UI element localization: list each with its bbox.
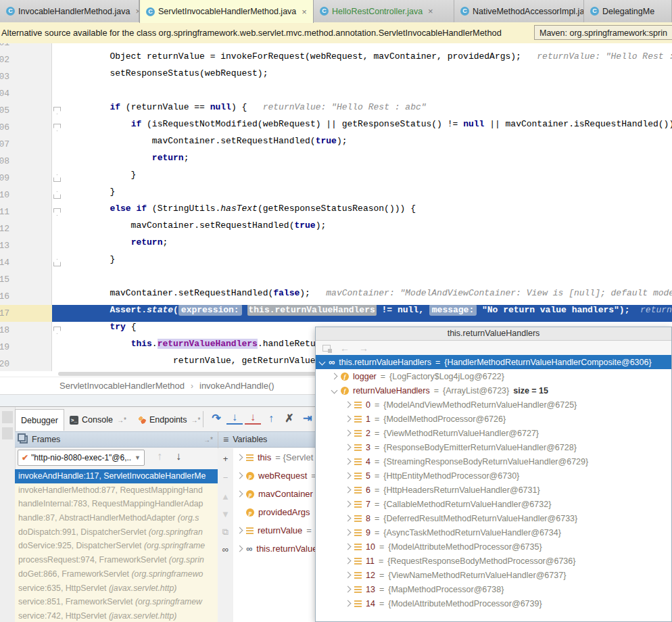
frame-row[interactable]: doGet:866, FrameworkServlet (org.springf…: [15, 567, 218, 581]
popup-row[interactable]: freturnValueHandlers={ArrayList@6723}siz…: [316, 383, 671, 398]
expand-chevron-icon[interactable]: [345, 544, 352, 550]
expand-chevron-icon[interactable]: [345, 416, 352, 423]
fold-marker-icon[interactable]: [53, 107, 61, 114]
frame-row[interactable]: invokeAndHandle:117, ServletInvocableHan…: [15, 469, 218, 483]
fold-marker-icon[interactable]: [53, 259, 61, 266]
expand-chevron-icon[interactable]: [237, 473, 243, 479]
expand-chevron-icon[interactable]: [345, 586, 352, 593]
popup-row[interactable]: 8={DeferredResultMethodReturnValueHandle…: [316, 511, 671, 525]
expand-chevron-icon[interactable]: [237, 491, 243, 498]
debugger-tab-debugger[interactable]: Debugger: [15, 409, 64, 431]
frame-row[interactable]: processRequest:974, FrameworkServlet (or…: [15, 553, 218, 567]
code-editor[interactable]: 1011021031041051061071081091101111121131…: [0, 43, 672, 371]
frame-row[interactable]: doDispatch:991, DispatcherServlet (org.s…: [15, 525, 218, 540]
frames-list: invokeAndHandle:117, ServletInvocableHan…: [15, 469, 218, 622]
expand-chevron-icon[interactable]: [345, 529, 352, 536]
frame-row[interactable]: service:635, HttpServlet (javax.servlet.…: [15, 581, 218, 596]
step-into-icon[interactable]: ↓: [226, 411, 243, 425]
drop-frame-icon[interactable]: ✗: [281, 411, 297, 426]
expand-chevron-icon[interactable]: [345, 558, 352, 565]
fold-marker-icon[interactable]: [53, 208, 61, 216]
expand-chevron-icon[interactable]: [331, 373, 338, 380]
remove-watch-icon[interactable]: −: [218, 473, 233, 483]
popup-row[interactable]: 14={ModelAttributeMethodProcessor@6739}: [316, 596, 671, 611]
popup-row[interactable]: 13={MapMethodProcessor@6738}: [316, 582, 671, 596]
step-out-icon[interactable]: ↑: [263, 411, 279, 426]
expand-chevron-icon[interactable]: [345, 515, 352, 522]
expand-chevron-icon[interactable]: [237, 454, 243, 461]
move-down-icon[interactable]: ▼: [218, 509, 233, 519]
editor-tab[interactable]: CNativeMethodAccessorImpl.java×: [454, 0, 584, 22]
expand-chevron-icon[interactable]: [345, 501, 352, 508]
expand-chevron-icon[interactable]: [331, 387, 338, 394]
frame-row[interactable]: service:742, HttpServlet (javax.servlet.…: [15, 609, 218, 622]
filter-frames-icon[interactable]: [192, 452, 208, 466]
frame-row[interactable]: doService:925, DispatcherServlet (org.sp…: [15, 539, 218, 553]
expand-chevron-icon[interactable]: [345, 458, 352, 465]
editor-tab[interactable]: CHelloRestController.java×: [314, 0, 454, 22]
thread-selector[interactable]: ✔ "http-nio-8080-exec-1"@6,... ▼: [18, 450, 145, 466]
expand-chevron-icon[interactable]: [345, 430, 352, 437]
editor-tab[interactable]: CServletInvocableHandlerMethod.java×: [139, 0, 314, 23]
tab-close-icon[interactable]: ×: [302, 7, 307, 16]
code-line: setResponseStatus(webRequest);: [68, 68, 672, 85]
code-line: if (isRequestNotModified(webRequest) || …: [68, 119, 672, 136]
breadcrumb-class[interactable]: ServletInvocableHandlerMethod: [59, 381, 185, 391]
popup-row[interactable]: 3={ResponseBodyEmitterReturnValueHandler…: [316, 440, 671, 454]
popup-row[interactable]: 0={ModelAndViewMethodReturnValueHandler@…: [316, 398, 671, 412]
expand-chevron-icon[interactable]: [345, 600, 352, 607]
fold-marker-icon[interactable]: [53, 191, 61, 199]
popup-row[interactable]: 7={CallableMethodReturnValueHandler@6732…: [316, 497, 671, 511]
expand-chevron-icon[interactable]: [319, 359, 326, 366]
expand-chevron-icon[interactable]: [345, 487, 352, 494]
fold-marker-icon[interactable]: [53, 327, 61, 334]
step-over-icon[interactable]: ↷: [208, 411, 224, 426]
expand-chevron-icon[interactable]: [237, 527, 243, 534]
popup-row[interactable]: 1={ModelMethodProcessor@6726}: [316, 412, 671, 426]
frame-row[interactable]: handle:87, AbstractHandlerMethodAdapter …: [15, 511, 218, 525]
frames-pin-icon[interactable]: →*: [203, 436, 213, 444]
duplicate-icon[interactable]: ⧉: [218, 527, 233, 537]
popup-row[interactable]: 4={StreamingResponseBodyReturnValueHandl…: [316, 454, 671, 469]
popup-row[interactable]: ∞this.returnValueHandlers={HandlerMethod…: [316, 355, 671, 369]
jump-to-source-icon[interactable]: [322, 345, 331, 352]
popup-row[interactable]: flogger={LogFactory$Log4jLog@6722}: [316, 369, 671, 383]
breadcrumb-method[interactable]: invokeAndHandle(): [199, 381, 274, 391]
back-icon[interactable]: ←: [340, 343, 350, 354]
expand-chevron-icon[interactable]: [345, 402, 352, 408]
watches-icon[interactable]: ∞: [218, 544, 233, 554]
variable-icon: [354, 473, 362, 479]
alternative-source-button[interactable]: Maven: org.springframework:sprin: [534, 25, 672, 40]
tool-window-button[interactable]: [2, 427, 13, 439]
move-up-icon[interactable]: ▲: [218, 492, 233, 502]
frame-row[interactable]: invokeHandlerMethod:877, RequestMappingH…: [15, 483, 218, 498]
popup-row[interactable]: 5={HttpEntityMethodProcessor@6730}: [316, 469, 671, 483]
popup-row[interactable]: 11={RequestResponseBodyMethodProcessor@6…: [316, 554, 671, 568]
add-watch-icon[interactable]: +: [218, 454, 233, 464]
frame-row[interactable]: handleInternal:783, RequestMappingHandle…: [15, 497, 218, 511]
editor-tab[interactable]: CDelegatingMe: [584, 0, 672, 22]
expand-chevron-icon[interactable]: [345, 444, 352, 451]
expand-chevron-icon[interactable]: [345, 473, 352, 479]
expand-chevron-icon[interactable]: [237, 546, 243, 552]
popup-row[interactable]: 2={ViewMethodReturnValueHandler@6727}: [316, 426, 671, 440]
fold-marker-icon[interactable]: [53, 174, 61, 182]
popup-row[interactable]: 9={AsyncTaskMethodReturnValueHandler@673…: [316, 525, 671, 540]
frame-up-icon[interactable]: ↑: [151, 449, 168, 464]
debugger-tab-console[interactable]: >_Console→*: [64, 409, 132, 431]
force-step-into-icon[interactable]: ↓: [245, 411, 261, 425]
tool-window-edge: [0, 407, 16, 622]
popup-row[interactable]: 12={ViewNameMethodReturnValueHandler@673…: [316, 568, 671, 582]
expand-chevron-icon[interactable]: [345, 572, 352, 579]
fold-marker-icon[interactable]: [53, 124, 61, 131]
popup-row[interactable]: 10={ModelAttributeMethodProcessor@6735}: [316, 540, 671, 554]
popup-row[interactable]: 6={HttpHeadersReturnValueHandler@6731}: [316, 483, 671, 497]
tab-close-icon[interactable]: ×: [428, 7, 433, 16]
forward-icon[interactable]: →: [359, 343, 368, 354]
frame-row[interactable]: service:851, FrameworkServlet (org.sprin…: [15, 595, 218, 609]
tool-window-button[interactable]: [2, 411, 13, 423]
editor-tab[interactable]: CInvocableHandlerMethod.java×: [0, 0, 139, 22]
frame-down-icon[interactable]: ↓: [170, 449, 187, 464]
layout-settings-icon[interactable]: [187, 414, 203, 429]
run-to-cursor-icon[interactable]: ⇥: [299, 411, 316, 426]
